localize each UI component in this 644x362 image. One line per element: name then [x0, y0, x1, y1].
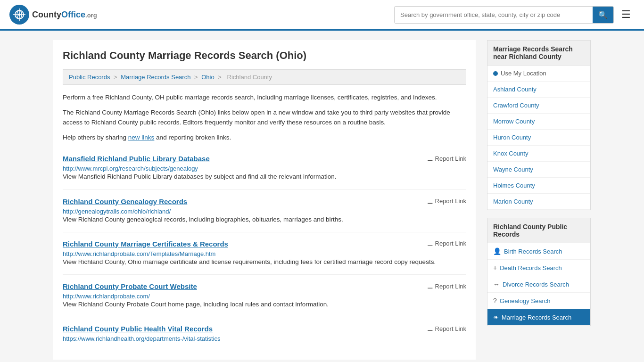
- breadcrumb-current: Richland County: [227, 74, 272, 81]
- results-container: Mansfield Richland Public Library Databa…: [63, 147, 466, 350]
- public-record-link[interactable]: ?Genealogy Search: [487, 293, 590, 309]
- sidebar-public-record-item[interactable]: 👤Birth Records Search: [487, 243, 590, 260]
- pr-label: Death Records Search: [500, 264, 562, 272]
- description-2: The Richland County Marriage Records Sea…: [63, 107, 466, 128]
- sidebar-public-record-item[interactable]: +Death Records Search: [487, 260, 590, 276]
- page-title: Richland County Marriage Records Search …: [63, 49, 466, 62]
- result-item: Richland County Marriage Certificates & …: [63, 232, 466, 275]
- sidebar-nearby-item[interactable]: Wayne County: [487, 162, 590, 178]
- report-link[interactable]: ⚊ Report Link: [427, 197, 466, 205]
- result-url: https://www.richlandhealth.org/departmen…: [63, 335, 466, 342]
- sidebar-nearby-item[interactable]: Huron County: [487, 130, 590, 146]
- nearby-list: Use My Location Ashland CountyCrawford C…: [487, 66, 590, 210]
- result-url-link[interactable]: http://genealogytrails.com/ohio/richland…: [63, 208, 171, 215]
- nearby-county-link[interactable]: Holmes County: [487, 178, 590, 193]
- description-3: Help others by sharing new links and rep…: [63, 132, 466, 143]
- result-header: Richland County Genealogy Records ⚊ Repo…: [63, 197, 466, 206]
- result-url: http://genealogytrails.com/ohio/richland…: [63, 207, 466, 215]
- public-records-list: 👤Birth Records Search+Death Records Sear…: [487, 243, 590, 326]
- public-record-link[interactable]: ↔Divorce Records Search: [487, 276, 590, 292]
- content-area: Richland County Marriage Records Search …: [53, 40, 476, 360]
- nearby-county-link[interactable]: Marion County: [487, 194, 590, 209]
- breadcrumb-public-records[interactable]: Public Records: [69, 74, 110, 81]
- public-record-link[interactable]: ❧Marriage Records Search: [487, 309, 590, 325]
- sidebar-public-record-item[interactable]: ↔Divorce Records Search: [487, 276, 590, 293]
- result-desc: View Richland County, Ohio marriage cert…: [63, 257, 466, 267]
- public-record-link[interactable]: +Death Records Search: [487, 260, 590, 276]
- pr-icon: ↔: [493, 280, 500, 288]
- result-desc: View Richland County Probate Court home …: [63, 300, 466, 309]
- nearby-county-link[interactable]: Morrow County: [487, 114, 590, 129]
- report-link[interactable]: ⚊ Report Link: [427, 155, 466, 162]
- result-header: Mansfield Richland Public Library Databa…: [63, 155, 466, 163]
- result-title[interactable]: Richland County Public Health Vital Reco…: [63, 325, 213, 333]
- report-label: Report Link: [435, 283, 466, 290]
- nearby-county-link[interactable]: Wayne County: [487, 162, 590, 177]
- breadcrumb-ohio[interactable]: Ohio: [201, 74, 214, 81]
- pr-label: Divorce Records Search: [503, 281, 569, 288]
- breadcrumb: Public Records > Marriage Records Search…: [63, 69, 466, 85]
- result-header: Richland County Marriage Certificates & …: [63, 240, 466, 248]
- result-header: Richland County Public Health Vital Reco…: [63, 325, 466, 333]
- logo-area: CountyOffice.org: [9, 5, 97, 25]
- nearby-county-link[interactable]: Crawford County: [487, 98, 590, 113]
- result-title[interactable]: Mansfield Richland Public Library Databa…: [63, 155, 210, 163]
- result-item: Richland County Probate Court Website ⚊ …: [63, 275, 466, 317]
- nearby-header: Marriage Records Search near Richland Co…: [487, 41, 590, 66]
- result-url-link[interactable]: http://www.richlandprobate.com/Templates…: [63, 250, 215, 257]
- search-input[interactable]: [395, 7, 593, 23]
- search-area: 🔍 ☰: [394, 6, 635, 24]
- report-link[interactable]: ⚊ Report Link: [427, 325, 466, 332]
- result-title[interactable]: Richland County Probate Court Website: [63, 282, 197, 290]
- nearby-county-link[interactable]: Huron County: [487, 130, 590, 145]
- report-icon: ⚊: [427, 282, 433, 290]
- new-links-link[interactable]: new links: [128, 134, 155, 141]
- report-label: Report Link: [435, 155, 466, 162]
- result-header: Richland County Probate Court Website ⚊ …: [63, 282, 466, 290]
- sidebar-nearby-item[interactable]: Marion County: [487, 194, 590, 210]
- pr-label: Marriage Records Search: [502, 314, 571, 321]
- result-url-link[interactable]: http://www.richlandprobate.com/: [63, 293, 150, 300]
- breadcrumb-marriage-records-search[interactable]: Marriage Records Search: [121, 74, 190, 81]
- pr-icon: +: [493, 264, 497, 272]
- report-label: Report Link: [435, 325, 466, 332]
- pr-label: Birth Records Search: [504, 248, 562, 255]
- public-records-header: Richland County Public Records: [487, 218, 590, 243]
- result-item: Richland County Public Health Vital Reco…: [63, 317, 466, 350]
- report-label: Report Link: [435, 240, 466, 247]
- logo-text: CountyOffice.org: [32, 10, 97, 20]
- sidebar-nearby-item[interactable]: Ashland County: [487, 82, 590, 98]
- result-url-link[interactable]: http://www.mrcpl.org/research/subjects/g…: [63, 165, 198, 172]
- report-link[interactable]: ⚊ Report Link: [427, 240, 466, 247]
- report-icon: ⚊: [427, 155, 433, 162]
- description-1: Perform a free Richland County, OH publi…: [63, 92, 466, 103]
- result-title[interactable]: Richland County Genealogy Records: [63, 197, 187, 206]
- sidebar-public-record-item[interactable]: ?Genealogy Search: [487, 293, 590, 309]
- menu-button[interactable]: ☰: [618, 7, 635, 23]
- sidebar-nearby-item[interactable]: Knox County: [487, 146, 590, 162]
- result-url-link[interactable]: https://www.richlandhealth.org/departmen…: [63, 335, 221, 342]
- public-record-link[interactable]: 👤Birth Records Search: [487, 243, 590, 259]
- nearby-county-link[interactable]: Ashland County: [487, 82, 590, 97]
- report-link[interactable]: ⚊ Report Link: [427, 282, 466, 290]
- sidebar-nearby-item[interactable]: Holmes County: [487, 178, 590, 194]
- use-location-item[interactable]: Use My Location: [487, 66, 590, 82]
- search-button[interactable]: 🔍: [593, 7, 613, 23]
- pr-icon: ?: [493, 297, 497, 304]
- pr-label: Genealogy Search: [500, 297, 551, 304]
- nearby-county-link[interactable]: Knox County: [487, 146, 590, 161]
- svg-point-5: [18, 14, 21, 16]
- result-item: Richland County Genealogy Records ⚊ Repo…: [63, 190, 466, 232]
- main-container: Richland County Marriage Records Search …: [44, 31, 600, 362]
- public-records-section: Richland County Public Records 👤Birth Re…: [487, 218, 591, 326]
- result-desc: View Mansfield Richland Public Library d…: [63, 172, 466, 181]
- sidebar-nearby-item[interactable]: Crawford County: [487, 98, 590, 114]
- result-desc: View Richland County genealogical record…: [63, 215, 466, 224]
- sidebar-public-record-item[interactable]: ❧Marriage Records Search: [487, 309, 590, 326]
- result-item: Mansfield Richland Public Library Databa…: [63, 147, 466, 189]
- report-icon: ⚊: [427, 240, 433, 247]
- sidebar-nearby-item[interactable]: Morrow County: [487, 114, 590, 130]
- result-title[interactable]: Richland County Marriage Certificates & …: [63, 240, 228, 248]
- search-box: 🔍: [394, 6, 614, 24]
- use-location-link[interactable]: Use My Location: [487, 66, 590, 81]
